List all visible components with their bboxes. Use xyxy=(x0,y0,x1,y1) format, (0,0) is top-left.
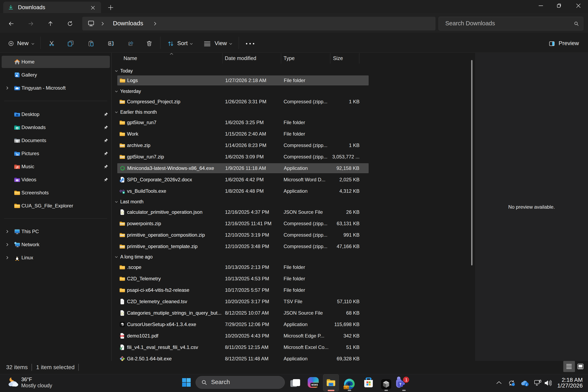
svg-text:T: T xyxy=(399,382,402,386)
